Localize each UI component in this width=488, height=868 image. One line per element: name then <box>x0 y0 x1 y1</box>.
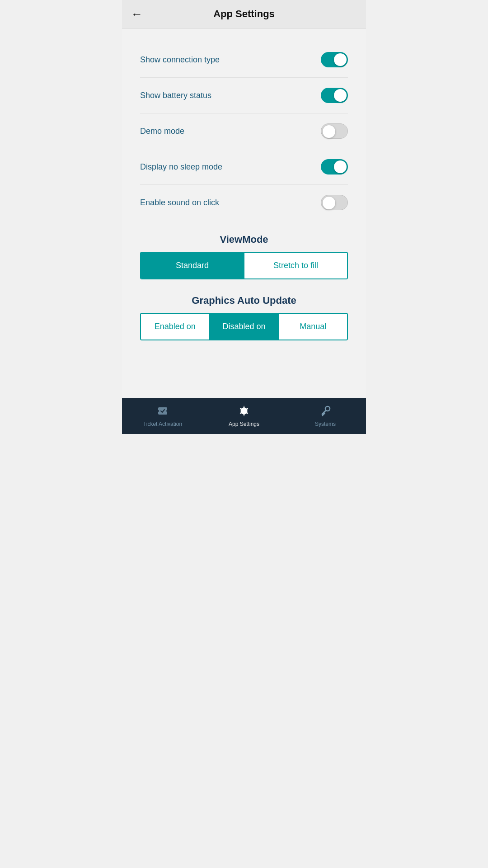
toggle-switch-0[interactable] <box>321 52 348 67</box>
viewmode-segment-group[interactable]: StandardStretch to fill <box>140 252 348 279</box>
app-settings-icon <box>238 405 250 419</box>
toggle-switch-4[interactable] <box>321 195 348 210</box>
toggle-switch-3[interactable] <box>321 159 348 175</box>
toggle-knob-2 <box>323 125 335 138</box>
app-settings-icon <box>238 405 250 417</box>
toggle-knob-1 <box>334 89 347 102</box>
toggle-switch-2[interactable] <box>321 123 348 139</box>
toggle-row: Display no sleep mode <box>140 149 348 185</box>
toggle-knob-0 <box>334 53 347 66</box>
nav-item-0[interactable]: Ticket Activation <box>122 398 203 434</box>
toggle-switch-1[interactable] <box>321 88 348 103</box>
toggle-rows: Show connection type Show battery status… <box>140 42 348 220</box>
graphics-option-2[interactable]: Manual <box>279 314 347 340</box>
toggle-label: Display no sleep mode <box>140 162 222 172</box>
toggle-row: Demo mode <box>140 113 348 149</box>
nav-item-2[interactable]: Systems <box>285 398 366 434</box>
page-title: App Settings <box>213 8 275 20</box>
nav-item-1[interactable]: App Settings <box>203 398 285 434</box>
main-content: Show connection type Show battery status… <box>122 28 366 398</box>
toggle-label: Enable sound on click <box>140 198 219 208</box>
toggle-row: Enable sound on click <box>140 185 348 220</box>
systems-icon <box>319 405 332 419</box>
nav-label-0: Ticket Activation <box>143 421 182 427</box>
ticket-activation-icon <box>156 405 169 417</box>
viewmode-option-0[interactable]: Standard <box>141 253 244 278</box>
toggle-knob-3 <box>334 160 347 173</box>
viewmode-section: ViewMode StandardStretch to fill <box>140 220 348 281</box>
toggle-label: Show battery status <box>140 91 211 100</box>
graphics-auto-update-section: Graphics Auto Update Enabled onDisabled … <box>140 281 348 342</box>
graphics-option-1[interactable]: Disabled on <box>210 314 279 340</box>
graphics-segment-group[interactable]: Enabled onDisabled onManual <box>140 313 348 340</box>
systems-icon <box>319 405 332 417</box>
bottom-nav: Ticket Activation App Settings Systems <box>122 398 366 434</box>
viewmode-title: ViewMode <box>140 234 348 245</box>
back-button[interactable]: ← <box>131 7 143 21</box>
viewmode-option-1[interactable]: Stretch to fill <box>244 253 347 278</box>
header: ← App Settings <box>122 0 366 28</box>
toggle-label: Show connection type <box>140 55 220 65</box>
ticket-activation-icon <box>156 405 169 419</box>
graphics-auto-update-title: Graphics Auto Update <box>140 295 348 307</box>
toggle-row: Show connection type <box>140 42 348 78</box>
nav-label-2: Systems <box>315 421 336 427</box>
toggle-knob-4 <box>323 197 335 209</box>
graphics-option-0[interactable]: Enabled on <box>141 314 210 340</box>
toggle-label: Demo mode <box>140 127 184 136</box>
nav-label-1: App Settings <box>229 421 259 427</box>
toggle-row: Show battery status <box>140 78 348 113</box>
